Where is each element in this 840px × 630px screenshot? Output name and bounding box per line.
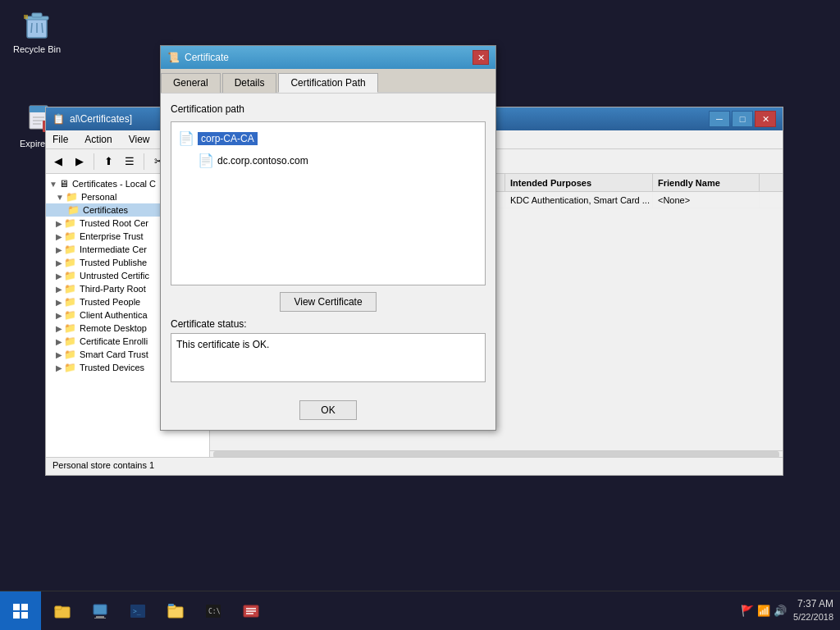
clock-date: 5/22/2018 [793, 611, 833, 623]
svg-line-3 [31, 23, 32, 33]
cert-child-label: dc.corp.contoso.com [217, 155, 308, 167]
start-button[interactable] [0, 591, 41, 631]
mmc-win-controls: ─ □ ✕ [709, 111, 776, 127]
cert-icon-child: 📄 [198, 153, 214, 168]
taskbar-file-explorer[interactable] [44, 593, 80, 629]
clock[interactable]: 7:37 AM 5/22/2018 [793, 597, 833, 623]
cert-path-item-child[interactable]: 📄 dc.corp.contoso.com [178, 151, 478, 170]
cert-tabs: General Details Certification Path [161, 69, 495, 94]
forward-btn[interactable]: ▶ [71, 153, 89, 171]
mmc-status-bar: Personal store contains 1 [46, 457, 783, 475]
mmc-status-text: Personal store contains 1 [52, 460, 154, 470]
recycle-bin-label: Recycle Bin [13, 44, 61, 54]
svg-rect-21 [96, 616, 104, 618]
cert-status-label: Certificate status: [171, 318, 486, 330]
back-btn[interactable]: ◀ [49, 153, 67, 171]
svg-line-5 [42, 23, 43, 33]
table-view-btn[interactable]: ☰ [121, 153, 139, 171]
clock-time: 7:37 AM [793, 597, 833, 611]
recycle-bin-icon[interactable]: Recycle Bin [8, 8, 66, 54]
svg-text:C:\: C:\ [208, 608, 221, 615]
taskbar: >_ C:\ 🚩 📶 [0, 591, 840, 630]
volume-icon[interactable]: 🔊 [774, 605, 787, 617]
taskbar-right: 🚩 📶 🔊 7:37 AM 5/22/2018 [734, 597, 840, 623]
svg-rect-27 [168, 604, 174, 606]
taskbar-server-manager[interactable] [82, 593, 118, 629]
cert-section-label: Certification path [171, 103, 486, 115]
mmc-maximize-btn[interactable]: □ [732, 111, 753, 127]
tab-general[interactable]: General [161, 73, 221, 93]
flag-icon[interactable]: 🚩 [741, 605, 754, 617]
taskbar-powershell[interactable]: >_ [120, 593, 156, 629]
network-icon[interactable]: 📶 [757, 605, 770, 617]
sys-tray: 🚩 📶 🔊 [741, 605, 787, 617]
cert-footer: OK [161, 392, 495, 430]
cert-dialog: 📜 Certificate ✕ General Details Certific… [160, 45, 496, 431]
tab-certification-path[interactable]: Certification Path [278, 73, 377, 93]
mmc-hscroll[interactable] [210, 450, 783, 457]
svg-text:>_: >_ [133, 608, 141, 615]
cert-title-icon: 📜 [167, 52, 180, 63]
cert-root-label: corp-CA-CA [198, 132, 258, 145]
svg-rect-15 [21, 604, 28, 610]
cert-body: Certification path 📄 corp-CA-CA 📄 dc.cor… [161, 94, 495, 392]
recycle-bin-image [21, 8, 53, 41]
svg-rect-2 [32, 13, 42, 17]
cert-status-box: This certificate is OK. [171, 333, 486, 382]
menu-file[interactable]: File [49, 132, 71, 147]
mmc-minimize-btn[interactable]: ─ [709, 111, 730, 127]
svg-rect-17 [21, 612, 28, 619]
cert-path-box: 📄 corp-CA-CA 📄 dc.corp.contoso.com [171, 121, 486, 285]
svg-rect-6 [24, 15, 28, 19]
svg-rect-20 [94, 605, 107, 614]
col-friendly[interactable]: Friendly Name [653, 174, 760, 191]
col-intended[interactable]: Intended Purposes [505, 174, 653, 191]
taskbar-tools[interactable] [233, 593, 269, 629]
svg-rect-22 [94, 618, 106, 619]
menu-view[interactable]: View [126, 132, 153, 147]
view-cert-button[interactable]: View Certificate [280, 292, 376, 312]
taskbar-cmd[interactable]: C:\ [195, 593, 231, 629]
svg-rect-16 [13, 612, 20, 619]
up-btn[interactable]: ⬆ [99, 153, 117, 171]
mmc-title-icon: 📋 [52, 113, 65, 125]
svg-rect-19 [55, 606, 62, 609]
cert-close-btn[interactable]: ✕ [472, 50, 489, 65]
cert-icon-root: 📄 [178, 130, 194, 146]
svg-rect-14 [13, 604, 20, 610]
taskbar-windows-explorer[interactable] [158, 593, 194, 629]
tab-details[interactable]: Details [222, 73, 277, 93]
cert-titlebar: 📜 Certificate ✕ [161, 46, 495, 69]
desktop: Recycle Bin ! ExpireTe... 📋 al\Certifica… [0, 0, 840, 591]
cert-path-item-root[interactable]: 📄 corp-CA-CA [178, 129, 478, 148]
cert-title-text: Certificate [185, 52, 229, 63]
taskbar-items: >_ C:\ [41, 593, 734, 629]
mmc-close-btn[interactable]: ✕ [755, 111, 776, 127]
menu-action[interactable]: Action [81, 132, 115, 147]
cert-status-text: This certificate is OK. [176, 339, 269, 350]
mmc-title-text: al\Certificates] [70, 113, 132, 125]
ok-button[interactable]: OK [299, 400, 357, 420]
